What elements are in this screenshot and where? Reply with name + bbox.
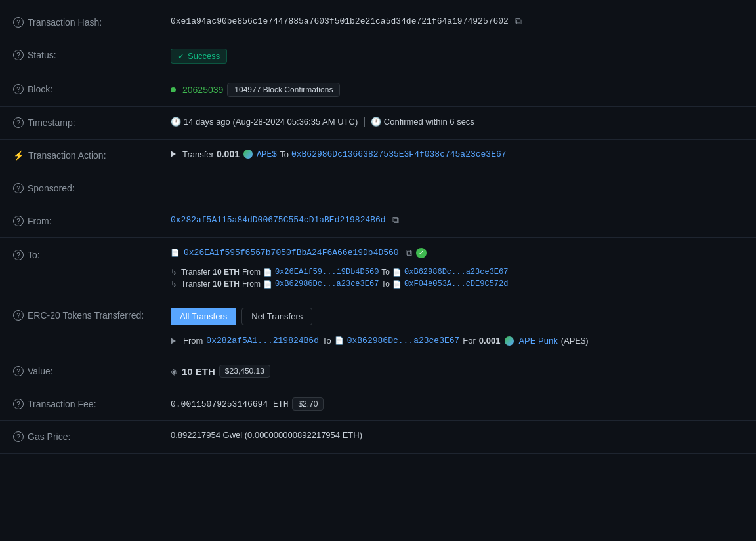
erc20-from-address[interactable]: 0x282af5A1...219824B6d [206,336,319,346]
from-help-icon[interactable]: ? [13,216,24,226]
erc20-triangle-icon [171,338,176,344]
to-address-row: 📄 0x26EA1f595f6567b7050fBbA24F6A66e19Db4… [171,247,427,258]
to-label-col: ? To: [13,247,171,260]
erc20-help-icon[interactable]: ? [13,310,24,321]
from-address-link[interactable]: 0x282af5A115a84dD00675C554cD1aBEd219824B… [171,215,386,225]
fee-eth-amount: 0.00115079253146694 ETH [171,399,288,409]
erc20-label-col: ? ERC-20 Tokens Transferred: [13,308,171,321]
to-transfers-list: ↳ Transfer 10 ETH From 📄 0x26EA1f59...19… [171,268,743,289]
timestamp-confirmed: Confirmed within 6 secs [384,117,474,127]
copy-to-icon[interactable]: ⧉ [406,247,412,258]
sponsored-label-col: ? Sponsored: [13,182,171,193]
fee-label: Transaction Fee: [28,399,96,409]
timestamp-label-col: ? Timestamp: [13,116,171,128]
from-label: From: [28,216,52,226]
eth-diamond-icon: ◈ [171,366,178,376]
timestamp-label: Timestamp: [28,117,75,128]
erc20-to-label: To [322,336,331,346]
sponsored-label: Sponsored: [28,183,75,193]
transfer-1-from-address[interactable]: 0x26EA1f59...19Db4D560 [275,268,379,277]
clock-icon: 🕐 [171,117,181,127]
transfer-2-from-address[interactable]: 0xB62986Dc...a23ce3E67 [275,279,379,289]
sponsored-row: ? Sponsored: [0,172,756,205]
token-dot-icon [243,150,253,159]
copy-from-icon[interactable]: ⧉ [392,214,399,226]
value-eth-amount: 10 ETH [182,366,215,377]
tab-all-transfers[interactable]: All Transfers [171,308,236,325]
sponsored-help-icon[interactable]: ? [13,183,24,193]
erc20-token-name[interactable]: APE Punk [518,336,557,346]
status-value-col: Success [171,49,743,64]
erc20-transfer-line: From 0x282af5A1...219824B6d To 📄 0xB6298… [171,336,589,346]
copy-hash-icon[interactable]: ⧉ [515,16,522,27]
from-row: ? From: 0x282af5A115a84dD00675C554cD1aBE… [0,205,756,238]
hash-help-icon[interactable]: ? [13,17,24,28]
timestamp-value-col: 🕐 14 days ago (Aug-28-2024 05:36:35 AM U… [171,116,743,127]
triangle-icon [171,151,176,157]
transfer-1-amount: 10 ETH [213,268,240,277]
contract-file-icon: 📄 [171,249,180,257]
value-label: Value: [28,366,53,376]
transaction-action-row: ⚡ Transaction Action: Transfer 0.001 APE… [0,140,756,172]
action-to-label: To [280,150,289,159]
value-value-col: ◈ 10 ETH $23,450.13 [171,365,743,378]
transfer-1-from-label: From [242,268,261,277]
action-label: Transaction Action: [28,150,106,161]
erc20-label: ERC-20 Tokens Transferred: [28,310,144,321]
timestamp-help-icon[interactable]: ? [13,117,24,128]
block-value-col: 20625039 104977 Block Confirmations [171,83,743,97]
block-help-icon[interactable]: ? [13,84,24,94]
block-row: ? Block: 20625039 104977 Block Confirmat… [0,73,756,107]
status-row: ? Status: Success [0,39,756,73]
erc20-for-label: For [463,336,476,346]
fee-label-col: ? Transaction Fee: [13,397,171,409]
gas-value-col: 0.892217954 Gwei (0.000000000892217954 E… [171,430,743,440]
action-to-address[interactable]: 0xB62986Dc13663827535E3F4f038c745a23ce3E… [291,150,507,159]
gas-row: ? Gas Price: 0.892217954 Gwei (0.0000000… [0,421,756,454]
transfer-1-to-address[interactable]: 0xB62986Dc...a23ce3E67 [404,268,508,277]
indent-arrow-2: ↳ [171,279,177,289]
timestamp-row: ? Timestamp: 🕐 14 days ago (Aug-28-2024 … [0,107,756,140]
transaction-hash-value: 0xe1a94ac90be856c1e7447885a7603f501b2e21… [171,16,509,26]
transfer-2-from-icon: 📄 [263,280,272,289]
transaction-details-container: ? Transaction Hash: 0xe1a94ac90be856c1e7… [0,0,756,460]
transfer-1-from-icon: 📄 [263,268,272,277]
to-value-col: 📄 0x26EA1f595f6567b7050fBbA24F6A66e19Db4… [171,247,743,289]
action-label-col: ⚡ Transaction Action: [13,149,171,161]
gas-help-icon[interactable]: ? [13,431,24,442]
value-help-icon[interactable]: ? [13,366,24,376]
status-label-col: ? Status: [13,49,171,60]
erc20-row: ? ERC-20 Tokens Transferred: All Transfe… [0,298,756,355]
separator: | [363,116,366,127]
from-value-col: 0x282af5A115a84dD00675C554cD1aBEd219824B… [171,214,743,226]
transfer-2-verb: Transfer [181,279,210,289]
block-confirmations-badge: 104977 Block Confirmations [227,83,340,97]
block-label-col: ? Block: [13,83,171,94]
action-verb: Transfer [182,150,214,159]
value-row: ? Value: ◈ 10 ETH $23,450.13 [0,355,756,388]
erc20-from-label: From [183,336,203,346]
indent-arrow-1: ↳ [171,268,177,277]
transfer-line-1: ↳ Transfer 10 ETH From 📄 0x26EA1f59...19… [171,268,743,277]
to-help-icon[interactable]: ? [13,250,24,260]
transaction-hash-row: ? Transaction Hash: 0xe1a94ac90be856c1e7… [0,7,756,39]
erc20-token-dot-icon [505,336,514,346]
tab-net-transfers[interactable]: Net Transfers [242,308,312,325]
block-label: Block: [28,84,52,94]
erc20-value-col: All Transfers Net Transfers From 0x282af… [171,308,743,346]
erc20-to-file-icon: 📄 [335,336,344,345]
to-address-link[interactable]: 0x26EA1f595f6567b7050fBbA24F6A66e19Db4D5… [184,248,399,258]
transfer-2-to-address[interactable]: 0xF04e053A...cDE9C572d [404,279,508,289]
erc20-tabs: All Transfers Net Transfers [171,308,312,325]
erc20-for-amount: 0.001 [479,336,501,346]
transfer-2-amount: 10 ETH [213,279,240,289]
transaction-hash-value-col: 0xe1a94ac90be856c1e7447885a7603f501b2e21… [171,16,743,27]
fee-help-icon[interactable]: ? [13,399,24,409]
block-number-link[interactable]: 20625039 [182,85,223,95]
action-token-link[interactable]: APE$ [257,150,277,159]
transfer-2-from-label: From [242,279,261,289]
status-help-icon[interactable]: ? [13,50,24,60]
to-row: ? To: 📄 0x26EA1f595f6567b7050fBbA24F6A66… [0,238,756,298]
erc20-to-address[interactable]: 0xB62986Dc...a23ce3E67 [347,336,460,346]
fee-value-col: 0.00115079253146694 ETH $2.70 [171,397,743,411]
